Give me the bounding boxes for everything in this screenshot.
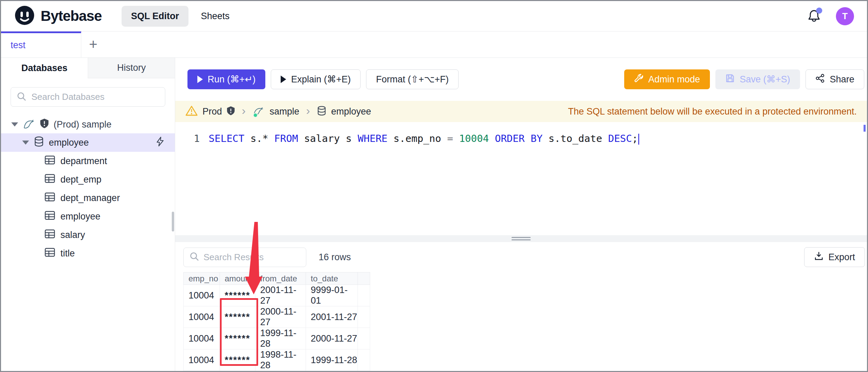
table-grid-icon	[45, 248, 55, 259]
main-panel: Run (⌘+↵) Explain (⌘+E) Format (⇧+⌥+F) A…	[175, 58, 867, 371]
table-label: employee	[60, 211, 100, 222]
tree-item-table-title[interactable]: title	[1, 244, 175, 263]
sql-token: 10004	[459, 133, 489, 144]
sidebar-tabs: Databases History	[1, 58, 175, 78]
format-button[interactable]: Format (⇧+⌥+F)	[366, 69, 459, 89]
notification-dot	[816, 8, 822, 14]
sidebar-scrollbar[interactable]	[172, 212, 174, 231]
cell-amount[interactable]: ******	[220, 328, 255, 349]
results-search[interactable]	[183, 248, 306, 267]
tab-history[interactable]: History	[88, 58, 175, 78]
nav-sql-editor[interactable]: SQL Editor	[122, 6, 189, 27]
tree-item-connection[interactable]: (Prod) sample	[1, 116, 175, 133]
share-label: Share	[830, 74, 854, 85]
cell-amount[interactable]: ******	[220, 306, 255, 328]
row-count: 16 rows	[319, 252, 351, 263]
cell-amount[interactable]: ******	[220, 285, 255, 306]
search-icon	[16, 91, 27, 103]
table-grid-icon	[45, 192, 55, 204]
warning-triangle-icon	[185, 105, 198, 118]
notification-bell-icon[interactable]	[807, 9, 821, 23]
tree-item-database-employee[interactable]: employee	[1, 133, 175, 152]
cell-amount[interactable]: ******	[220, 349, 255, 371]
breadcrumb-table[interactable]: employee	[331, 106, 371, 117]
line-number: 1	[175, 131, 200, 146]
column-header-amount[interactable]: amount	[220, 273, 255, 285]
nav-sheets[interactable]: Sheets	[201, 11, 229, 22]
cell-emp_no[interactable]: 10004	[184, 328, 220, 349]
cell-emp_no[interactable]: 10004	[184, 349, 220, 371]
caret-down-icon[interactable]	[11, 122, 18, 127]
column-header-emp_no[interactable]: emp_no	[184, 273, 220, 285]
brand-logo[interactable]: Bytebase	[14, 5, 102, 27]
cell-from_date[interactable]: 1998-11-28	[255, 349, 306, 371]
breadcrumb-environment[interactable]: Prod	[202, 106, 222, 117]
tab-databases[interactable]: Databases	[1, 58, 88, 78]
cell-to_date[interactable]: 9999-01-01	[306, 285, 358, 306]
tree-item-table-dept_emp[interactable]: dept_emp	[1, 170, 175, 189]
editor-toolbar: Run (⌘+↵) Explain (⌘+E) Format (⇧+⌥+F) A…	[175, 58, 867, 101]
run-button[interactable]: Run (⌘+↵)	[187, 69, 265, 89]
search-databases-input[interactable]	[31, 92, 159, 102]
format-label: Format (⇧+⌥+F)	[376, 74, 449, 85]
cell-from_date[interactable]: 2001-11-27	[255, 285, 306, 306]
sql-token: s.*	[244, 133, 274, 144]
lightning-bolt-icon[interactable]	[156, 136, 165, 149]
cell-emp_no[interactable]: 10004	[184, 285, 220, 306]
tree-item-table-salary[interactable]: salary	[1, 226, 175, 244]
sql-token: salary s	[298, 133, 358, 144]
database-tree: (Prod) sample employee departmentdept_em…	[1, 113, 175, 263]
search-results-input[interactable]	[204, 252, 300, 263]
search-icon	[189, 251, 199, 263]
play-icon	[197, 76, 203, 83]
share-icon	[815, 74, 825, 85]
tree-item-table-employee[interactable]: employee	[1, 207, 175, 226]
cell-from_date[interactable]: 1999-11-28	[255, 328, 306, 349]
sql-token: WHERE	[358, 133, 388, 144]
column-header-from_date[interactable]: from_date	[255, 273, 306, 285]
code-line: 1 SELECT s.* FROM salary s WHERE s.emp_n…	[175, 122, 867, 146]
sql-token	[453, 133, 459, 144]
sql-token: s.emp_no	[388, 133, 447, 144]
tree-item-table-department[interactable]: department	[1, 152, 175, 170]
mysql-dolphin-icon	[252, 106, 265, 117]
panel-resize-handle[interactable]	[175, 235, 867, 242]
column-header-filler	[358, 273, 370, 285]
sql-token: ORDER BY	[495, 133, 543, 144]
cell-to_date[interactable]: 2000-11-27	[306, 328, 358, 349]
share-button[interactable]: Share	[806, 69, 864, 89]
download-icon	[814, 251, 824, 263]
tree-item-table-dept_manager[interactable]: dept_manager	[1, 189, 175, 207]
cell-to_date[interactable]: 1999-11-28	[306, 349, 358, 371]
sidebar: Databases History (Prod) s	[1, 58, 175, 371]
database-search[interactable]	[11, 87, 165, 107]
cell-to_date[interactable]: 2001-11-27	[306, 306, 358, 328]
explain-button[interactable]: Explain (⌘+E)	[271, 69, 361, 89]
breadcrumb-database[interactable]: sample	[269, 106, 299, 117]
cell-from_date[interactable]: 2000-11-27	[255, 306, 306, 328]
cell-emp_no[interactable]: 10004	[184, 306, 220, 328]
export-button[interactable]: Export	[804, 247, 865, 267]
save-button[interactable]: Save (⌘+S)	[715, 69, 800, 89]
admin-mode-button[interactable]: Admin mode	[624, 69, 710, 89]
caret-down-icon[interactable]	[22, 141, 29, 145]
add-sheet-button[interactable]: +	[81, 31, 105, 57]
run-label: Run (⌘+↵)	[208, 74, 255, 85]
sql-editor[interactable]: 1 SELECT s.* FROM salary s WHERE s.emp_n…	[175, 122, 867, 235]
column-header-to_date[interactable]: to_date	[306, 273, 358, 285]
content: Databases History (Prod) s	[1, 58, 867, 371]
text-cursor	[638, 134, 639, 145]
sql-token: SELECT	[209, 133, 244, 144]
chevron-right-icon: ›	[240, 105, 248, 116]
sheet-tab-test[interactable]: test	[1, 31, 81, 57]
avatar[interactable]: T	[836, 7, 854, 25]
cell-filler	[358, 328, 370, 349]
table-label: title	[60, 248, 75, 259]
sheet-tab-strip: test +	[1, 31, 867, 58]
protected-environment-bar: Prod › sample › employee The SQL stateme…	[175, 101, 867, 122]
table-label: dept_manager	[60, 193, 120, 203]
header-right: T	[807, 7, 854, 25]
admin-mode-label: Admin mode	[648, 74, 700, 85]
grip-line	[512, 239, 531, 240]
table-label: department	[60, 156, 107, 167]
